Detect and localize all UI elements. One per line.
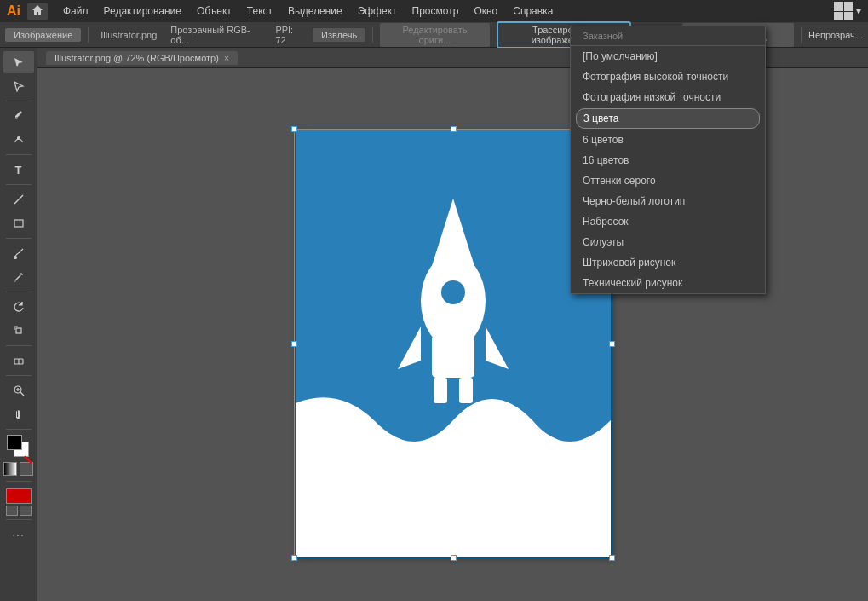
menu-view[interactable]: Просмотр [405, 3, 466, 20]
canvas-content [296, 130, 611, 557]
none-mode[interactable] [20, 462, 33, 476]
foreground-color[interactable] [7, 435, 22, 450]
draw-behind-mode[interactable] [20, 506, 32, 516]
dropdown-item-5[interactable]: 16 цветов [571, 150, 765, 170]
dropdown-item-6[interactable]: Оттенки серого [571, 170, 765, 191]
svg-point-0 [17, 137, 20, 140]
svg-rect-2 [14, 220, 23, 227]
tool-sep-7 [6, 375, 32, 376]
selection-tool[interactable] [3, 51, 34, 73]
menu-help[interactable]: Справка [506, 3, 560, 20]
extract-button[interactable]: Извлечь [313, 28, 365, 42]
pencil-tool[interactable] [3, 266, 34, 288]
menu-text[interactable]: Текст [240, 3, 279, 20]
dropdown-item-2[interactable]: Фотография низкой точности [571, 87, 765, 107]
opacity-label: Непрозрач... [808, 30, 863, 40]
dropdown-item-1[interactable]: Фотография высокой точности [571, 66, 765, 87]
tool-sep-6 [6, 345, 32, 346]
curvature-tool[interactable] [3, 129, 34, 151]
text-tool[interactable]: T [3, 159, 34, 181]
svg-rect-4 [16, 328, 21, 333]
svg-line-1 [14, 195, 23, 204]
tools-panel: T [0, 48, 37, 601]
pen-tool[interactable] [3, 105, 34, 127]
zoom-tool[interactable] [3, 379, 34, 402]
canvas-tab-title: Illustrator.png @ 72% (RGB/Просмотр) [55, 53, 219, 63]
tool-sep-5 [6, 292, 32, 292]
canvas-close-button[interactable]: × [224, 53, 229, 63]
tracing-dropdown-menu: Заказной [По умолчанию] Фотография высок… [570, 26, 766, 294]
dropdown-item-8[interactable]: Набросок [571, 211, 765, 232]
scale-tool[interactable] [3, 320, 34, 342]
workspace-switcher[interactable] [834, 2, 853, 20]
tool-sep-1 [6, 101, 32, 101]
dropdown-item-9[interactable]: Силуэты [571, 232, 765, 252]
color-modes [3, 462, 33, 476]
svg-rect-16 [434, 378, 447, 403]
color-mode-info: Прозрачный RGB-об... [165, 25, 267, 45]
gradient-mode[interactable] [3, 462, 17, 476]
rotate-tool[interactable] [3, 296, 34, 318]
paintbrush-tool[interactable] [3, 242, 34, 264]
document-container [296, 130, 611, 557]
menu-edit[interactable]: Редактирование [97, 3, 188, 20]
tool-sep-10 [6, 519, 32, 520]
tool-sep-2 [6, 154, 32, 155]
dropdown-item-10[interactable]: Штриховой рисунок [571, 252, 765, 273]
image-tab[interactable]: Изображение [5, 28, 81, 42]
edit-original-button[interactable]: Редактировать ориги... [380, 23, 490, 47]
toolbar-sep-1 [88, 27, 89, 43]
app-logo: Ai [7, 3, 20, 19]
dropdown-item-11[interactable]: Технический рисунок [571, 273, 765, 293]
rect-tool[interactable] [3, 212, 34, 234]
color-swatches[interactable] [3, 433, 34, 459]
toolbar-sep-2 [372, 27, 373, 43]
hand-tool[interactable] [3, 403, 34, 425]
tool-sep-3 [6, 184, 32, 185]
menu-effect[interactable]: Эффект [351, 3, 404, 20]
more-tools[interactable]: ··· [3, 523, 34, 546]
menu-window[interactable]: Окно [467, 3, 504, 20]
menubar: Ai Файл Редактирование Объект Текст Выде… [0, 0, 868, 22]
tool-sep-4 [6, 238, 32, 239]
dropdown-item-4[interactable]: 6 цветов [571, 130, 765, 150]
ppi-info: PPI: 72 [270, 25, 309, 45]
svg-rect-17 [459, 378, 473, 403]
direct-selection-tool[interactable] [3, 75, 34, 97]
dropdown-item-3-selected[interactable]: 3 цвета [576, 108, 760, 129]
workspace-dropdown[interactable]: ▾ [856, 5, 861, 17]
menu-file[interactable]: Файл [56, 3, 95, 20]
menu-object[interactable]: Объект [190, 3, 239, 20]
dropdown-item-7[interactable]: Черно-белый логотип [571, 191, 765, 211]
line-tool[interactable] [3, 188, 34, 211]
draw-mode-normal[interactable] [6, 488, 32, 504]
eraser-tool[interactable] [3, 350, 34, 372]
tool-sep-9 [6, 481, 32, 482]
file-name-info: Illustrator.png [95, 30, 162, 40]
dropdown-custom-label: Заказной [571, 26, 765, 46]
canvas-tab-item[interactable]: Illustrator.png @ 72% (RGB/Просмотр) × [46, 51, 238, 65]
svg-point-18 [446, 247, 460, 261]
svg-point-14 [441, 280, 465, 304]
draw-inside-mode[interactable] [6, 506, 18, 516]
svg-rect-15 [432, 335, 474, 378]
svg-point-3 [14, 257, 16, 259]
svg-line-8 [20, 392, 24, 396]
tool-sep-8 [6, 429, 32, 430]
home-button[interactable] [27, 3, 48, 20]
menu-select[interactable]: Выделение [281, 3, 349, 20]
dropdown-item-0[interactable]: [По умолчанию] [571, 46, 765, 66]
toolbar-sep-3 [801, 27, 802, 43]
